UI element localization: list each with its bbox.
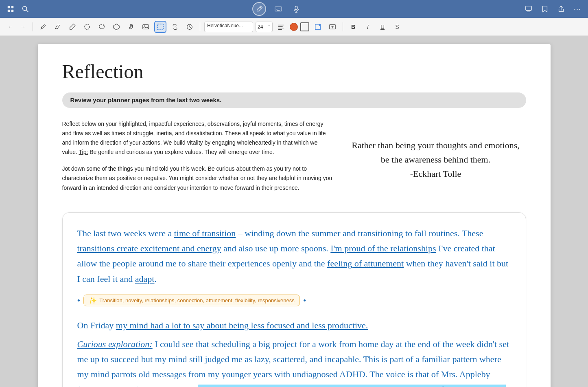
bullet-dot-right: •: [303, 295, 306, 306]
top-bar: ···: [0, 0, 588, 18]
bold-label: B: [351, 24, 355, 30]
eraser-icon: [54, 23, 61, 31]
italic-label: I: [367, 24, 369, 30]
svg-rect-0: [8, 6, 10, 8]
je2-label: Curious exploration:: [77, 339, 153, 349]
text-box-icon: [329, 23, 336, 31]
share-icon: [557, 5, 565, 13]
body-paragraph-1: Reflect below on your highlighted, impac…: [62, 119, 333, 157]
search-icon: [22, 5, 29, 13]
svg-line-28: [175, 26, 175, 27]
svg-line-5: [26, 10, 28, 12]
journal-entry-1: The last two weeks were a time of transi…: [77, 226, 511, 287]
je2-title-row: On Friday my mind had a lot to say about…: [77, 318, 511, 333]
mic-icon: [293, 5, 300, 13]
font-name-field[interactable]: HelveticaNeue...: [204, 22, 253, 32]
svg-point-26: [144, 25, 145, 26]
search-button[interactable]: [20, 3, 31, 15]
je1-link5: adapt: [135, 274, 155, 284]
svg-rect-25: [143, 24, 149, 29]
main-content: Reflection Review your planner pages fro…: [0, 36, 588, 387]
quote-text: Rather than being your thoughts and emot…: [352, 138, 519, 181]
je1-part2: – winding down the summer and transition…: [236, 228, 483, 238]
bold-button[interactable]: B: [347, 21, 359, 33]
svg-marker-24: [114, 24, 119, 29]
hand-button[interactable]: [125, 21, 137, 33]
mic-button[interactable]: [291, 3, 302, 15]
gray-banner: Review your planner pages from the last …: [62, 92, 526, 108]
color-picker[interactable]: [290, 23, 298, 31]
je2-title-underline: my mind had a lot to say about being les…: [116, 320, 368, 330]
je1-link2: transitions create excitement and energy: [77, 243, 221, 253]
je1-link1: time of transition: [174, 228, 236, 238]
je1-end: .: [154, 274, 157, 284]
select-rect-button[interactable]: [154, 21, 166, 33]
underline-button[interactable]: U: [376, 21, 389, 33]
pencil-icon: [69, 23, 76, 31]
svg-rect-37: [319, 24, 321, 26]
hand-icon: [127, 23, 135, 31]
underline-label: U: [380, 24, 385, 30]
polygon-button[interactable]: [110, 21, 122, 33]
pencil-center-icon[interactable]: [252, 2, 266, 16]
keyboard-icon: [275, 5, 282, 13]
je1-part1: The last two weeks were a: [77, 228, 174, 238]
lasso-icon: [98, 23, 105, 31]
text-box-button[interactable]: [326, 21, 339, 33]
tip-text: Be gentle and curious as you explore val…: [88, 149, 274, 155]
more-button[interactable]: ···: [572, 3, 583, 15]
back-button[interactable]: ←: [5, 21, 16, 33]
pencil-button[interactable]: [66, 21, 79, 33]
svg-rect-3: [11, 10, 13, 12]
eraser-button[interactable]: [52, 21, 64, 33]
clock-icon: [186, 23, 193, 31]
forward-button[interactable]: →: [17, 21, 28, 33]
clock-button[interactable]: [184, 21, 196, 33]
font-size-value: 24: [258, 24, 263, 30]
strikethrough-button[interactable]: S: [391, 21, 403, 33]
lasso-button[interactable]: [96, 21, 108, 33]
svg-line-6: [260, 7, 261, 9]
banner-text: Review your planner pages from the last …: [70, 97, 222, 103]
svg-point-23: [85, 24, 90, 29]
nav-arrows: ← →: [5, 21, 28, 33]
align-button[interactable]: [275, 21, 287, 33]
svg-line-31: [190, 27, 191, 28]
tags-text: Transition, novelty, relationships, conn…: [99, 297, 295, 303]
je2-title-plain: On Friday: [77, 320, 116, 330]
font-size-arrows: ⌃: [267, 24, 271, 29]
bullet-dot-left: •: [77, 295, 81, 306]
circle-select-button[interactable]: [81, 21, 93, 33]
circle-select-icon: [83, 23, 91, 31]
border-style-button[interactable]: [300, 22, 309, 31]
top-bar-left: [5, 3, 31, 15]
top-bar-center: [252, 2, 302, 16]
content-left: Reflect below on your highlighted, impac…: [62, 119, 333, 200]
tag-emoji: ✨: [89, 297, 97, 304]
apps-icon: [7, 5, 14, 13]
divider-3: [343, 22, 343, 31]
svg-rect-27: [157, 24, 163, 29]
keyboard-button[interactable]: [273, 3, 284, 15]
polygon-icon: [113, 23, 120, 31]
page: Reflection Review your planner pages fro…: [38, 44, 551, 387]
corner-style-icon: [314, 23, 321, 31]
italic-button[interactable]: I: [362, 21, 374, 33]
font-size-field[interactable]: 24 ⌃: [256, 22, 273, 32]
link-button[interactable]: [169, 21, 181, 33]
svg-rect-1: [11, 6, 13, 8]
download-icon: [525, 5, 532, 13]
download-button[interactable]: [523, 3, 534, 15]
je2-body: Curious exploration: I could see that sc…: [77, 336, 511, 387]
select-rect-icon: [157, 23, 164, 31]
pen-tool-icon: [39, 23, 47, 31]
corner-style-button[interactable]: [312, 21, 324, 33]
pen-tool-button[interactable]: [37, 21, 49, 33]
font-name-value: HelveticaNeue...: [207, 23, 243, 29]
image-button[interactable]: [140, 21, 152, 33]
divider-1: [33, 22, 33, 31]
pencil-tool-icon: [256, 5, 263, 13]
apps-button[interactable]: [5, 3, 16, 15]
bookmark-button[interactable]: [539, 3, 551, 15]
share-button[interactable]: [555, 3, 567, 15]
